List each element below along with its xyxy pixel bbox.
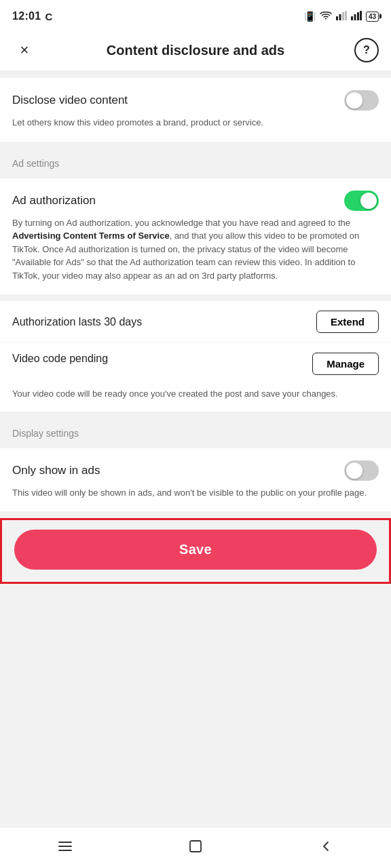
ad-settings-label: Ad settings: [0, 149, 391, 172]
ad-auth-description: By turning on Ad authorization, you ackn…: [12, 216, 379, 283]
close-button[interactable]: ×: [12, 38, 37, 62]
signal2-icon: [351, 11, 362, 22]
status-time: 12:01: [12, 10, 41, 22]
only-show-description: This video will only be shown in ads, an…: [12, 486, 379, 500]
vibrate-icon: 📳: [304, 11, 316, 22]
extend-button[interactable]: Extend: [316, 311, 379, 333]
status-icons: 📳: [304, 11, 379, 22]
nav-bar: [0, 827, 391, 868]
svg-rect-6: [357, 12, 359, 20]
svg-rect-0: [336, 16, 338, 20]
signal1-icon: [336, 11, 347, 22]
nav-menu-button[interactable]: [56, 837, 75, 856]
close-icon: ×: [20, 43, 29, 58]
auth-lasts-row: Authorization lasts 30 days Extend: [0, 301, 391, 343]
page-content: Disclose video content Let others know t…: [0, 78, 391, 638]
wifi-icon: [320, 11, 332, 22]
ad-auth-toggle-label: Ad authorization: [12, 194, 96, 208]
ad-auth-toggle-row: Ad authorization: [12, 191, 379, 211]
help-icon: ?: [363, 44, 370, 56]
only-show-toggle[interactable]: [344, 460, 379, 481]
disclose-toggle-label: Disclose video content: [12, 94, 128, 107]
page-header: × Content disclosure and ads ?: [0, 30, 391, 71]
save-button[interactable]: Save: [14, 530, 377, 570]
disclose-video-card: Disclose video content Let others know t…: [0, 78, 391, 142]
help-button[interactable]: ?: [354, 38, 379, 62]
disclose-toggle-thumb: [346, 92, 362, 108]
page-title: Content disclosure and ads: [37, 43, 354, 58]
nav-home-button[interactable]: [186, 837, 205, 856]
ad-auth-toggle-thumb: [360, 193, 377, 209]
svg-rect-3: [345, 11, 347, 20]
svg-rect-1: [339, 14, 341, 20]
svg-rect-5: [354, 14, 356, 20]
only-show-toggle-label: Only show in ads: [12, 464, 100, 477]
svg-rect-11: [190, 841, 201, 852]
video-code-label: Video code pending: [12, 353, 108, 365]
status-indicator: C: [45, 11, 52, 22]
manage-button[interactable]: Manage: [312, 353, 379, 375]
disclose-toggle-row: Disclose video content: [12, 90, 379, 111]
display-settings-label: Display settings: [0, 418, 391, 441]
save-area: Save: [0, 518, 391, 584]
disclose-toggle[interactable]: [344, 90, 379, 111]
only-show-card: Only show in ads This video will only be…: [0, 448, 391, 512]
only-show-toggle-thumb: [346, 462, 362, 479]
auth-lasts-label: Authorization lasts 30 days: [12, 316, 142, 328]
disclose-description: Let others know this video promotes a br…: [12, 116, 379, 130]
svg-rect-2: [342, 12, 344, 20]
nav-back-button[interactable]: [316, 837, 335, 856]
ad-auth-toggle[interactable]: [344, 191, 379, 211]
only-show-toggle-row: Only show in ads: [12, 460, 379, 481]
status-bar: 12:01 C 📳: [0, 0, 391, 30]
svg-rect-7: [360, 11, 362, 20]
auth-info-block: Authorization lasts 30 days Extend Video…: [0, 301, 391, 412]
svg-rect-4: [351, 16, 353, 20]
video-code-row: Video code pending Manage: [0, 343, 391, 384]
battery-icon: 43: [366, 12, 379, 22]
video-code-description: Your video code will be ready once you'v…: [0, 384, 391, 412]
ad-authorization-card: Ad authorization By turning on Ad author…: [0, 178, 391, 295]
